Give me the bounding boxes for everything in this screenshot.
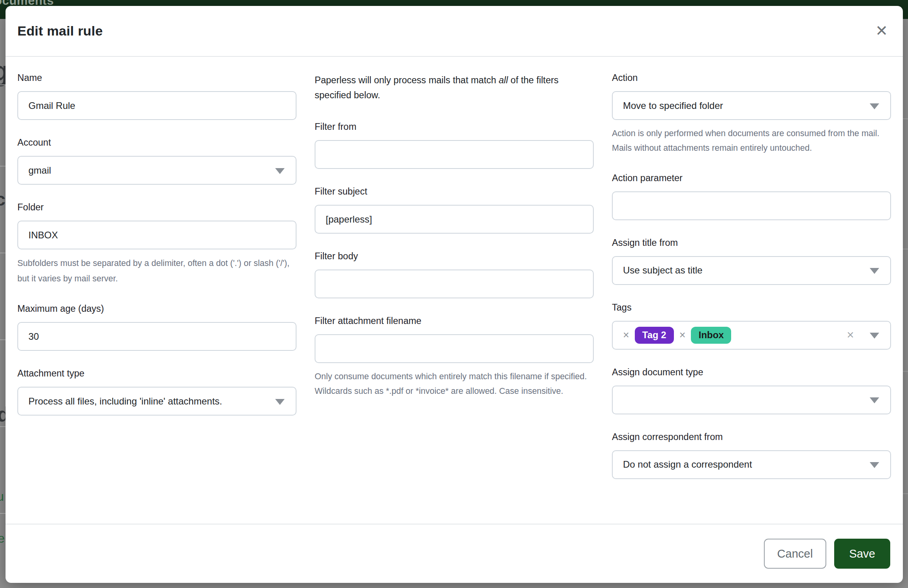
folder-label: Folder [17, 202, 296, 213]
filter-subject-input[interactable] [315, 205, 594, 234]
action-parameter-input[interactable] [612, 191, 891, 220]
action-parameter-label: Action parameter [612, 173, 891, 184]
assign-correspondent-from-select[interactable]: Do not assign a correspondent [612, 450, 891, 479]
assign-title-from-selected-value: Use subject as title [623, 265, 702, 276]
max-age-input[interactable] [17, 322, 296, 351]
chevron-down-icon [870, 268, 879, 274]
close-icon[interactable]: ✕ [873, 23, 890, 38]
backdrop-divider [0, 84, 6, 85]
remove-tag-icon[interactable]: × [679, 329, 686, 341]
backdrop-divider [903, 493, 908, 494]
name-label: Name [17, 73, 296, 83]
save-button[interactable]: Save [834, 539, 890, 569]
max-age-label: Maximum age (days) [17, 303, 296, 314]
filter-body-label: Filter body [315, 251, 594, 262]
filter-from-label: Filter from [315, 122, 594, 132]
remove-tag-icon[interactable]: × [623, 329, 629, 341]
folder-hint: Subfolders must be separated by a delimi… [17, 256, 296, 286]
filters-intro-emphasis: all [499, 75, 508, 85]
backdrop-text-fragment: ld [0, 403, 6, 426]
filters-intro-text: Paperless will only process mails that m… [315, 73, 594, 103]
chevron-down-icon [870, 397, 879, 403]
action-hint: Action is only performed when documents … [612, 126, 891, 155]
backdrop-right-gutter [903, 19, 908, 588]
attachment-type-selected-value: Process all files, including 'inline' at… [28, 396, 222, 407]
backdrop-divider [0, 513, 6, 514]
action-select[interactable]: Move to specified folder [612, 91, 891, 120]
backdrop-divider [0, 426, 6, 427]
account-selected-value: gmail [28, 165, 51, 176]
dialog-body: Name Account gmail Folder Subfolders mus… [6, 57, 903, 524]
action-selected-value: Move to specified folder [623, 100, 723, 111]
attachment-type-label: Attachment type [17, 368, 296, 379]
backdrop-text-fragment: e [0, 531, 5, 546]
assign-correspondent-from-selected-value: Do not assign a correspondent [623, 459, 752, 470]
assign-title-from-label: Assign title from [612, 238, 891, 248]
backdrop-divider [903, 249, 908, 249]
tags-label: Tags [612, 302, 891, 313]
tag-badge: Tag 2 [635, 327, 674, 344]
backdrop-divider [903, 371, 908, 372]
assign-document-type-label: Assign document type [612, 367, 891, 378]
filter-body-input[interactable] [315, 270, 594, 298]
assign-title-from-select[interactable]: Use subject as title [612, 256, 891, 285]
column-general: Name Account gmail Folder Subfolders mus… [17, 73, 296, 496]
backdrop-divider [0, 166, 6, 167]
backdrop-text-fragment: g [0, 55, 6, 87]
account-label: Account [17, 137, 296, 148]
folder-input[interactable] [17, 221, 296, 249]
filter-attachment-filename-input[interactable] [315, 334, 594, 363]
chevron-down-icon [870, 462, 879, 468]
backdrop-divider [0, 339, 6, 340]
filter-subject-label: Filter subject [315, 186, 594, 197]
assign-document-type-select[interactable] [612, 386, 891, 414]
name-input[interactable] [17, 91, 296, 120]
clear-tags-icon[interactable]: × [847, 328, 854, 342]
backdrop-divider [0, 253, 6, 253]
chevron-down-icon [275, 168, 285, 174]
chevron-down-icon [870, 333, 879, 339]
chevron-down-icon [275, 399, 285, 405]
chevron-down-icon [870, 103, 879, 109]
backdrop-divider [903, 118, 908, 119]
dialog-header: Edit mail rule ✕ [6, 6, 903, 57]
filters-intro-pre: Paperless will only process mails that m… [315, 75, 499, 85]
assign-correspondent-from-label: Assign correspondent from [612, 432, 891, 442]
dialog-footer: Cancel Save [6, 524, 903, 583]
backdrop-text-fragment: c [0, 189, 6, 210]
backdrop-text-fragment: u [0, 489, 4, 504]
tags-select[interactable]: × Tag 2 × Inbox × [612, 321, 891, 350]
attachment-type-select[interactable]: Process all files, including 'inline' at… [17, 387, 296, 416]
filter-attachment-filename-label: Filter attachment filename [315, 316, 594, 326]
cancel-button[interactable]: Cancel [764, 539, 826, 569]
tag-badge: Inbox [691, 327, 731, 344]
column-actions: Action Move to specified folder Action i… [612, 73, 891, 496]
dialog-title: Edit mail rule [17, 23, 103, 39]
backdrop-left-gutter: g c ld u e [0, 19, 6, 588]
account-select[interactable]: gmail [17, 156, 296, 185]
edit-mail-rule-dialog: Edit mail rule ✕ Name Account gmail Fold… [6, 6, 903, 583]
filter-attachment-filename-hint: Only consume documents which entirely ma… [315, 369, 594, 399]
filter-from-input[interactable] [315, 140, 594, 169]
action-label: Action [612, 73, 891, 83]
column-filters: Paperless will only process mails that m… [315, 73, 594, 496]
